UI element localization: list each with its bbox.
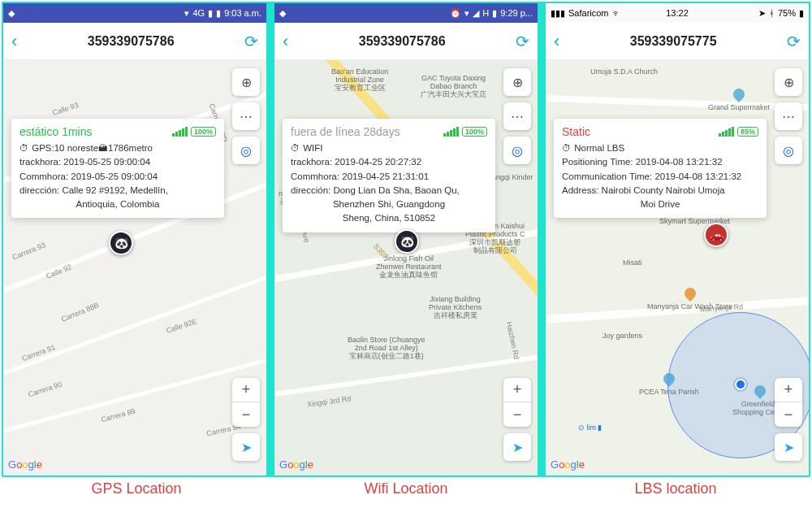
status-text: Static — [562, 125, 590, 138]
alarm-icon: ⏰ — [450, 8, 461, 19]
back-button[interactable]: ‹ — [554, 31, 559, 52]
battery-icon: ▮ — [216, 8, 221, 19]
carrier: Safaricom — [568, 8, 609, 18]
map-canvas[interactable]: Bao'an EducationIndustrial Zone宝安教育工业区 G… — [274, 60, 538, 475]
status-text: estático 1mins — [19, 125, 92, 138]
target-button[interactable]: ◎ — [503, 137, 531, 164]
device-id: 359339075775 — [630, 34, 717, 49]
tracker-marker[interactable]: 🐼 — [395, 229, 419, 254]
location-icon: ➤ — [758, 8, 766, 19]
mode-line: ⏱ GPS:10 noreste🏔1786metro — [19, 141, 216, 155]
status-bar: ◆ ▾ 4G ▮ ▮ 9:03 a.m. — [3, 3, 266, 23]
app-header: ‹ 359339075775 ⟳ — [546, 23, 809, 60]
status-bar: ◆ ⏰ ▾ ◢ H ▮ 9:29 p... — [274, 3, 538, 23]
clock: 9:29 p... — [500, 8, 533, 18]
wifi-icon: ▾ — [184, 8, 189, 19]
zoom-out-button[interactable]: − — [503, 402, 531, 427]
comm-time: Communication Time: 2019-04-08 13:21:32 — [562, 170, 758, 184]
panel-gps: ◆ ▾ 4G ▮ ▮ 9:03 a.m. ‹ 359339075786 ⟳ Ca… — [3, 3, 266, 475]
signal-battery: 85% — [719, 127, 758, 137]
zoom-out-button[interactable]: − — [232, 402, 260, 427]
tracker-marker[interactable]: 🚗 — [704, 223, 728, 247]
layers-button[interactable]: ⊕ — [232, 68, 260, 96]
mode-line: ⏱ Normal LBS — [562, 141, 758, 155]
my-location-dot — [735, 379, 746, 390]
panel-lbs: ▮▮▮ Safaricom ᯤ 13:22 ➤ ᚼ 75% ▮ ‹ 359339… — [546, 3, 809, 475]
target-button[interactable]: ◎ — [232, 137, 260, 164]
zoom-in-button[interactable]: + — [775, 378, 802, 402]
track-time: trackhora: 2019-05-25 09:00:04 — [19, 155, 216, 169]
locate-button[interactable]: ➤ — [503, 433, 531, 461]
info-card: estático 1mins 100% ⏱ GPS:10 noreste🏔178… — [11, 119, 224, 218]
address-line2: Shenzhen Shi, Guangdong — [291, 198, 487, 211]
track-time: trackhora: 2019-04-25 20:27:32 — [291, 155, 487, 169]
signal-icon: ▮ — [208, 8, 213, 19]
layers-button[interactable]: ⊕ — [775, 68, 802, 96]
map-canvas[interactable]: Calle 93 Carrera 83D Carrera 93 Calle 92… — [3, 60, 266, 475]
zoom-control: + − — [232, 378, 260, 427]
more-button[interactable]: ⋯ — [232, 102, 260, 130]
zoom-control: + − — [775, 378, 802, 427]
map-canvas[interactable]: Manyanja Rd Umoja S.D.A Church Grand Sup… — [546, 60, 809, 475]
google-logo: Google — [551, 458, 585, 471]
back-button[interactable]: ‹ — [283, 31, 288, 52]
info-card: Static 85% ⏱ Normal LBS Positioning Time… — [554, 119, 767, 218]
track-time: Positioning Time: 2019-04-08 13:21:32 — [562, 155, 758, 169]
bluetooth-icon: ᚼ — [769, 8, 775, 18]
refresh-button[interactable]: ⟳ — [516, 32, 529, 51]
shield-icon: ◆ — [8, 8, 15, 19]
caption-wifi: Wifi Location — [271, 480, 541, 497]
panel-wifi: ◆ ⏰ ▾ ◢ H ▮ 9:29 p... ‹ 359339075786 ⟳ B… — [274, 3, 538, 475]
network-label: 4G — [192, 8, 205, 18]
signal-battery: 100% — [172, 127, 216, 137]
locate-button[interactable]: ➤ — [232, 433, 260, 461]
address-line3: Sheng, China, 510852 — [291, 211, 487, 225]
more-button[interactable]: ⋯ — [775, 102, 802, 130]
refresh-button[interactable]: ⟳ — [244, 32, 258, 51]
address-line1: dirección: Dong Lian Da Sha, Baoan Qu, — [291, 184, 487, 198]
comm-time: Commhora: 2019-04-25 21:31:01 — [291, 170, 487, 184]
more-button[interactable]: ⋯ — [503, 102, 531, 130]
status-text: fuera de línea 28days — [291, 125, 400, 138]
app-header: ‹ 359339075786 ⟳ — [274, 23, 538, 60]
address-line1: dirección: Calle 92 #9192, Medellín, — [19, 184, 216, 198]
back-button[interactable]: ‹ — [11, 31, 17, 52]
device-id: 359339075786 — [88, 34, 175, 49]
battery-pct: 75% — [778, 8, 796, 18]
signal-battery: 100% — [443, 127, 487, 137]
address-line1: Address: Nairobi County Nairobi Umoja — [562, 184, 758, 198]
zoom-in-button[interactable]: + — [232, 378, 260, 402]
target-button[interactable]: ◎ — [775, 137, 802, 164]
caption-gps: GPS Location — [2, 480, 271, 497]
info-card: fuera de línea 28days 100% ⏱ WIFI trackh… — [283, 119, 495, 232]
zoom-control: + − — [503, 378, 531, 427]
caption-lbs: LBS location — [541, 480, 810, 497]
signal-icon: ▮▮▮ — [551, 8, 565, 19]
comm-time: Commhora: 2019-05-25 09:00:04 — [19, 170, 216, 184]
device-id: 359339075786 — [359, 34, 446, 49]
clock: 9:03 a.m. — [224, 8, 261, 18]
battery-icon: ▮ — [492, 8, 497, 19]
shield-icon: ◆ — [279, 8, 286, 19]
battery-icon: ▮ — [799, 8, 804, 19]
app-header: ‹ 359339075786 ⟳ — [3, 23, 266, 60]
network-label: H — [482, 8, 489, 18]
clock: 13:22 — [666, 8, 689, 18]
signal-icon: ◢ — [473, 8, 479, 19]
google-logo: Google — [279, 458, 313, 471]
layers-button[interactable]: ⊕ — [503, 68, 531, 96]
mode-line: ⏱ WIFI — [291, 141, 487, 155]
captions: GPS Location Wifi Location LBS location — [2, 480, 810, 497]
wifi-icon: ▾ — [464, 8, 469, 19]
zoom-out-button[interactable]: − — [775, 402, 802, 427]
google-logo: Google — [8, 458, 42, 471]
zoom-in-button[interactable]: + — [503, 378, 531, 402]
address-line2: Antioquia, Colombia — [19, 198, 216, 211]
locate-button[interactable]: ➤ — [775, 433, 802, 461]
refresh-button[interactable]: ⟳ — [787, 32, 801, 51]
address-line2: Moi Drive — [562, 198, 758, 211]
tracker-marker[interactable]: 🐼 — [109, 231, 133, 255]
status-bar: ▮▮▮ Safaricom ᯤ 13:22 ➤ ᚼ 75% ▮ — [546, 3, 809, 23]
wifi-icon: ᯤ — [612, 8, 621, 18]
